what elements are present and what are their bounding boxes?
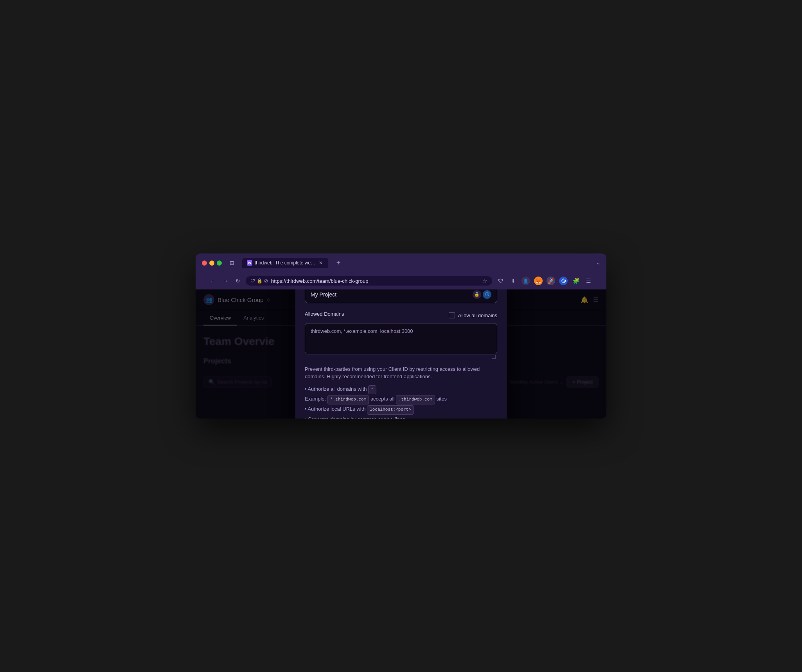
bullet1-example-mid: accepts all [370,396,394,402]
domains-textarea[interactable]: thirdweb.com, *.example.com, localhost:3… [305,323,497,354]
allowed-domains-label: Allowed Domains [305,311,344,317]
input-icons: 🔒 ⓘ [473,290,491,299]
traffic-light-green[interactable] [217,261,222,266]
browser-toolbar: ← → ↻ 🛡 🔒 ⊘ https://thirdweb.com/team/bl… [202,272,600,289]
browser-menu-icon[interactable]: ☰ [583,275,594,286]
tab-chevron-icon[interactable]: ⌄ [596,260,600,266]
allow-all-domains-label: Allow all domains [458,313,497,318]
project-name-value: My Project [311,291,336,298]
help-text: Prevent third-parties from using your Cl… [305,365,497,381]
permissions-icon: ⊘ [264,278,268,284]
help-bullets: Authorize all domains with * Example: *.… [305,385,497,419]
bullet1-example-pre: Example: [305,396,326,402]
tab-close-icon[interactable]: ✕ [318,260,324,266]
lock-badge-icon: 🔒 [473,290,481,299]
address-bar[interactable]: 🛡 🔒 ⊘ https://thirdweb.com/team/blue-chi… [246,276,492,286]
bookmark-icon[interactable]: ☆ [482,278,487,284]
extension-circle-icon[interactable]: Ⓒ [558,275,569,286]
bullet2-pre: Authorize local URLs with [307,406,365,412]
security-icons: 🛡 🔒 ⊘ [250,278,268,284]
back-button[interactable]: ← [208,276,218,286]
extension-fox-icon[interactable]: 🦊 [533,275,544,286]
app-area: 👥 Blue Chick Group ◇ 🔔 ☰ Overview Analyt… [196,289,606,419]
bullet1-example-code1: *.thirdweb.com [327,395,369,404]
modal-body: Project Name My Project 🔒 ⓘ Allowed Doma… [295,289,507,419]
forward-button[interactable]: → [221,276,230,286]
reload-button[interactable]: ↻ [233,276,243,286]
bullet1-code: * [368,385,376,395]
browser-window: ⊞ W thirdweb: The complete web3 d ✕ + ⌄ … [196,253,606,419]
download-icon[interactable]: ⬇ [508,275,519,286]
browser-titlebar: ⊞ W thirdweb: The complete web3 d ✕ + ⌄ [202,257,600,272]
profile-icon[interactable]: 👤 [520,275,531,286]
traffic-light-red[interactable] [202,261,207,266]
bullet1-example-code2: .thirdweb.com [396,395,435,404]
lock-icon: 🔒 [257,278,263,284]
traffic-light-yellow[interactable] [209,261,214,266]
bullet-item-3: Separate domains by commas or new lines [305,415,497,419]
resize-handle[interactable] [492,355,496,359]
bullet2-code: localhost:<port> [367,405,414,415]
shield-icon: 🛡 [250,278,255,284]
browser-chrome: ⊞ W thirdweb: The complete web3 d ✕ + ⌄ … [196,253,606,289]
project-name-input[interactable]: My Project 🔒 ⓘ [305,289,497,303]
toolbar-actions: 🛡 ⬇ 👤 🦊 🚀 Ⓒ 🧩 ☰ [495,275,594,286]
tab-favicon: W [247,260,252,266]
tab-title: thirdweb: The complete web3 d [255,260,316,266]
extensions-icon[interactable]: 🧩 [570,275,581,286]
modal-overlay: Create Project ✕ Project Name My Project… [196,289,606,419]
bullet-item-1: Authorize all domains with * Example: *.… [305,385,497,405]
create-project-modal: Create Project ✕ Project Name My Project… [295,289,507,419]
allow-all-domains-checkbox[interactable] [449,312,455,318]
new-tab-button[interactable]: + [333,257,344,268]
bullet-item-2: Authorize local URLs with localhost:<por… [305,404,497,415]
allow-all-domains-row: Allow all domains [449,312,497,318]
domains-section-header: Allowed Domains Allow all domains [305,311,497,320]
active-tab[interactable]: W thirdweb: The complete web3 d ✕ [242,258,328,268]
extension-rocket-icon[interactable]: 🚀 [545,275,556,286]
address-url[interactable]: https://thirdweb.com/team/blue-chick-gro… [271,278,479,284]
traffic-lights [202,261,222,266]
bullet1-pre: Authorize all domains with [307,386,367,392]
shield-toolbar-icon[interactable]: 🛡 [495,275,506,286]
bullet1-example-post: sites [436,396,447,402]
tab-list-icon[interactable]: ⊞ [227,257,237,268]
info-badge-icon: ⓘ [483,290,491,299]
